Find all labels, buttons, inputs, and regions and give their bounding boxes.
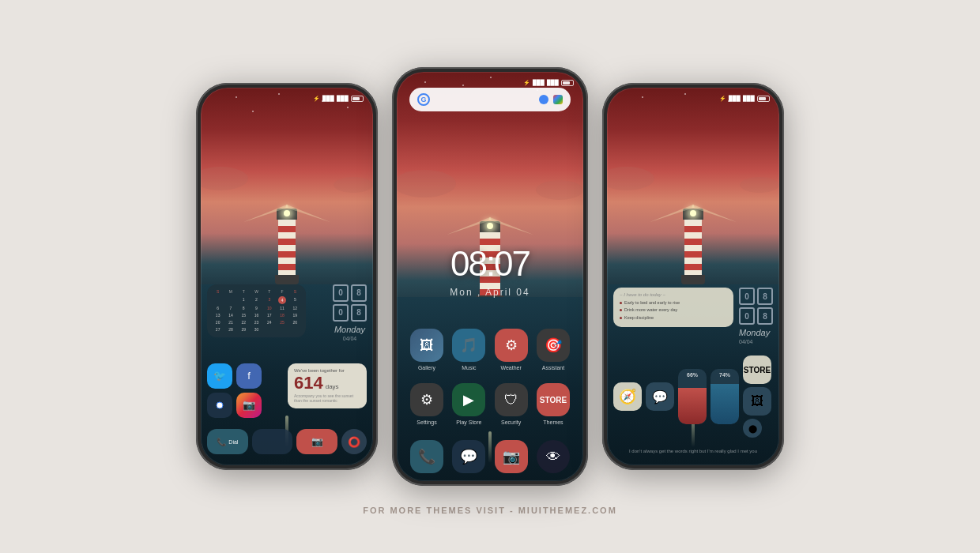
- wallpaper-left: [201, 88, 373, 295]
- google-logo: G: [417, 93, 430, 106]
- cal-grid: 1 2 3 4 5 6 7 8 9 10 11 12 13 14 15 16 1: [212, 296, 301, 333]
- days-suffix: days: [326, 383, 339, 390]
- progress-fill-2: [710, 384, 739, 425]
- music-label: Music: [462, 365, 476, 371]
- app-row-1: 🖼 Gallery 🎵 Music ⚙ Weather 🎯 Assistant: [408, 329, 572, 371]
- todo-text: Early to bed and early to rise: [624, 300, 680, 306]
- security-app-icon: 🛡: [495, 383, 528, 416]
- todo-bullet: [620, 309, 622, 311]
- date-label-left: 04/04: [333, 336, 367, 341]
- cal-cell: 29: [238, 326, 250, 333]
- music-app-icon: 🎵: [452, 329, 485, 362]
- compass-widget[interactable]: 🧭: [613, 382, 642, 411]
- chat-widget[interactable]: 💬: [646, 382, 674, 411]
- status-bar-right: ⚡ ▉▉▉ ▉▉▉: [607, 92, 779, 105]
- cal-cell: 7: [224, 305, 236, 311]
- facebook-icon[interactable]: f: [236, 363, 262, 389]
- cal-cell: 26: [289, 319, 301, 325]
- app-settings[interactable]: ⚙ Settings: [408, 383, 446, 425]
- small-circle-widget[interactable]: ⬤: [743, 419, 762, 438]
- cal-cell: 21: [224, 319, 236, 325]
- weather-label: Weather: [500, 365, 521, 371]
- todo-text: Keep discipline: [624, 315, 654, 321]
- todo-widget: ~ I have to do today ~ Early to bed and …: [613, 288, 733, 326]
- phone-right: ⚡ ▉▉▉ ▉▉▉ ~ I have to do today ~ Early t…: [602, 83, 784, 470]
- app-security[interactable]: 🛡 Security: [492, 383, 530, 425]
- themes-label: Themes: [543, 419, 563, 425]
- progress-fill-1: [678, 388, 707, 424]
- cal-cell: 24: [263, 319, 275, 325]
- search-bar[interactable]: G: [409, 88, 571, 111]
- chrome-icon[interactable]: [207, 393, 232, 418]
- app-themes[interactable]: STORE Themes: [534, 383, 572, 425]
- assistant-label: Assistant: [542, 365, 564, 371]
- time-digit-r: 8: [757, 307, 773, 325]
- cal-cell: 25: [276, 319, 288, 325]
- app-playstore[interactable]: ▶ Play Store: [450, 383, 488, 425]
- progress-label-1: 66%: [678, 372, 707, 378]
- cal-day-name: S: [289, 289, 301, 294]
- dock-eye[interactable]: 👁: [534, 440, 572, 473]
- store-widget[interactable]: STORE: [743, 356, 771, 384]
- cal-cell: 8: [238, 305, 250, 311]
- phone-left: ⚡ ▉▉▉ ▉▉▉ S M T W T F S: [196, 83, 378, 470]
- lighthouse-right: [669, 209, 717, 295]
- settings-label: Settings: [416, 419, 436, 425]
- cal-cell: 3: [263, 296, 275, 304]
- cal-cell: 2: [251, 296, 262, 304]
- cal-cell: 5: [289, 296, 301, 304]
- cal-day-name: S: [212, 289, 224, 294]
- cal-cell: 18: [276, 312, 288, 318]
- lens-icon-center[interactable]: [553, 95, 563, 104]
- time-digit: 0: [333, 284, 349, 302]
- cal-cell: 1: [238, 296, 250, 304]
- dock-camera-icon: 📷: [495, 440, 528, 473]
- quote-text: I don't always get the words right but I…: [613, 448, 773, 454]
- dock-camera[interactable]: 📷: [492, 440, 530, 473]
- cal-cell: 10: [263, 305, 275, 311]
- todo-text: Drink more water every day: [624, 307, 677, 313]
- cal-cell: 13: [212, 312, 224, 318]
- mic-icon[interactable]: [539, 95, 548, 104]
- todo-bullet: [620, 302, 622, 304]
- cal-cell: 20: [212, 319, 224, 325]
- gallery-app-icon: 🖼: [410, 329, 443, 362]
- dock-messages-icon: 💬: [452, 440, 485, 473]
- phone-left-screen: ⚡ ▉▉▉ ▉▉▉ S M T W T F S: [201, 88, 373, 465]
- cal-day-name: T: [263, 289, 275, 294]
- cal-cell-today: 4: [278, 296, 286, 304]
- dial-icon[interactable]: 📞Dial: [207, 429, 248, 454]
- dock-phone-icon: 📞: [410, 440, 443, 473]
- cal-cell: 17: [263, 312, 275, 318]
- dock-row: 📞 💬 📷 👁: [408, 440, 572, 473]
- dock-messages[interactable]: 💬: [450, 440, 488, 473]
- lighthouse-left: [263, 209, 311, 295]
- time-digit: 0: [333, 304, 349, 322]
- time-widget-left: 0 8 0 8 Monday 04/04: [333, 284, 367, 341]
- todo-item-1: Early to bed and early to rise: [620, 300, 727, 306]
- cal-cell: 30: [251, 326, 262, 333]
- app-assistant[interactable]: 🎯 Assistant: [534, 329, 572, 371]
- clock-time: 08:07: [397, 244, 583, 284]
- todo-bullet: [620, 317, 622, 319]
- lens-icon[interactable]: ⭕: [341, 429, 367, 454]
- todo-item-2: Drink more water every day: [620, 307, 727, 313]
- cal-day-name: F: [276, 289, 288, 294]
- days-counter-widget: We've been together for 614 days Accompa…: [288, 363, 367, 408]
- time-digit-r: 0: [739, 288, 755, 305]
- phone-center-screen: ⚡ ▉▉▉ ▉▉▉ G 08:07 Mon , April 04: [397, 72, 583, 481]
- app-gallery[interactable]: 🖼 Gallery: [408, 329, 446, 371]
- twitter-icon[interactable]: 🐦: [207, 363, 232, 389]
- weather-app-icon: ⚙: [495, 329, 528, 362]
- app-music[interactable]: 🎵 Music: [450, 329, 488, 371]
- camera-icon-left[interactable]: 📷: [296, 429, 337, 454]
- playstore-label: Play Store: [456, 419, 481, 425]
- app-weather[interactable]: ⚙ Weather: [492, 329, 530, 371]
- dock-phone[interactable]: 📞: [408, 440, 446, 473]
- gallery-widget-right[interactable]: 🖼: [743, 387, 771, 416]
- cal-cell: 23: [251, 319, 262, 325]
- progress-bar-2: 74%: [710, 369, 739, 424]
- center-clock: 08:07 Mon , April 04: [397, 244, 583, 298]
- instagram-icon[interactable]: 📷: [236, 393, 262, 418]
- days-number: 614: [294, 374, 323, 392]
